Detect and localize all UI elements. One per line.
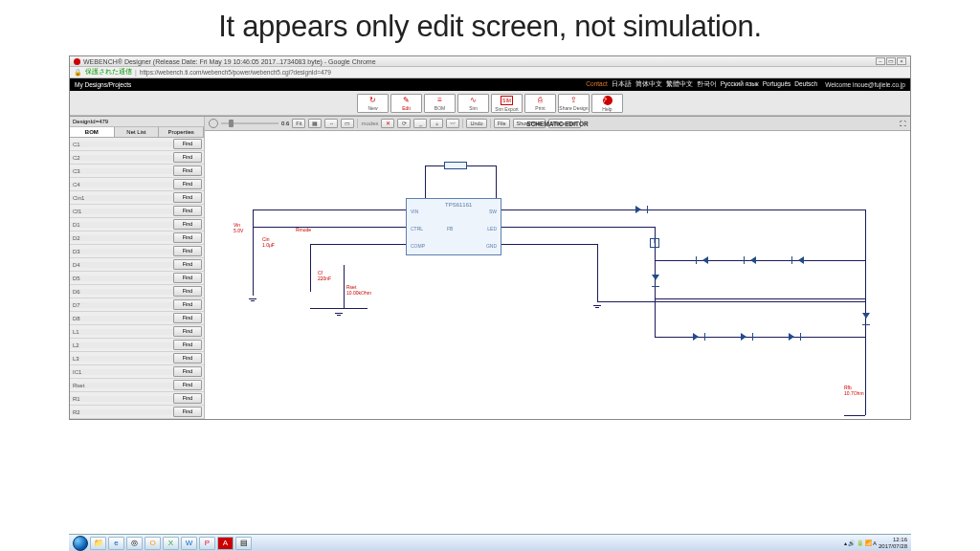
find-button[interactable]: Find [173,192,202,203]
bom-row[interactable]: D5Find [70,272,204,285]
grid-button[interactable]: ▦ [308,119,322,128]
inductor-l1[interactable] [444,162,467,169]
lang-ru[interactable]: Pусский язык [721,80,759,89]
find-button[interactable]: Find [173,206,202,216]
find-button[interactable]: Find [173,366,202,377]
schematic-canvas[interactable]: TPS61161 VIN CTRL COMP SW LED GND FB [205,131,910,419]
find-button[interactable]: Find [173,380,202,390]
find-button[interactable]: Find [173,299,202,310]
diode-d7[interactable] [741,333,746,341]
diode-d3[interactable] [750,256,756,264]
find-button[interactable]: Find [173,326,202,337]
taskbar-ie[interactable]: e [108,537,124,550]
find-button[interactable]: Find [173,232,202,243]
ic-tps61161[interactable]: TPS61161 VIN CTRL COMP SW LED GND FB [406,198,501,255]
maximize-button[interactable]: ▭ [886,57,896,65]
find-button[interactable]: Find [173,313,202,323]
bom-button[interactable]: ≡BOM [424,94,456,113]
bom-row[interactable]: D1Find [70,218,204,231]
pan-button[interactable]: ↔ [324,119,338,128]
find-button[interactable]: Find [173,219,202,230]
gnd-button[interactable]: ⏚ [430,119,443,128]
taskbar-explorer[interactable]: 📁 [90,537,106,550]
file-button[interactable]: File [494,119,510,128]
find-button[interactable]: Find [173,407,202,417]
rotate-button[interactable]: ⟳ [397,119,411,128]
my-designs-link[interactable]: My Designs/Projects [75,81,131,88]
bom-row[interactable]: D3Find [70,245,204,258]
bom-row[interactable]: C2Find [70,151,204,165]
find-button[interactable]: Find [173,353,202,364]
bom-row[interactable]: C4Find [70,178,204,191]
undo-button[interactable]: Undo [466,119,486,128]
probe-button[interactable]: 〰 [446,119,459,128]
diode-d2[interactable] [702,256,708,264]
find-button[interactable]: Find [173,273,202,283]
diode-d1[interactable] [635,206,641,213]
tab-netlist[interactable]: Net List [115,127,160,137]
taskbar-app[interactable]: ▤ [235,537,252,550]
bom-row[interactable]: C1Find [70,138,204,151]
delete-button[interactable]: ✕ [381,119,394,128]
url-text[interactable]: https://webench.ti.com/webench5/power/we… [140,69,331,76]
lang-jp[interactable]: 日本語 [612,80,632,89]
find-button[interactable]: Find [173,286,202,297]
bom-row[interactable]: L3Find [70,352,204,365]
bom-row[interactable]: Cin1Find [70,191,204,205]
diode-d4[interactable] [798,256,804,264]
bom-row[interactable]: L2Find [70,339,204,352]
sim-button[interactable]: ∿Sim [457,94,489,113]
share-button[interactable]: ⇪Share Design [558,94,590,113]
new-button[interactable]: ↻New [357,94,389,113]
bom-row[interactable]: R1Find [70,392,204,406]
bom-row[interactable]: IC1Find [70,365,204,379]
lang-ko[interactable]: 한국어 [697,80,717,89]
find-button[interactable]: Find [173,179,202,189]
sim-export-button[interactable]: SIMSim Export [491,94,523,113]
bom-row[interactable]: D7Find [70,298,204,312]
maximize-editor-icon[interactable]: ⛶ [900,121,906,127]
tray-icons[interactable]: ▴ 🔊 🔋 📶 A [844,540,877,546]
find-button[interactable]: Find [173,152,202,163]
rect-button[interactable]: ▭ [341,119,354,128]
find-button[interactable]: Find [173,340,202,350]
edit-button[interactable]: ✎Edit [390,94,422,113]
bom-row[interactable]: R2Find [70,406,204,419]
find-button[interactable]: Find [173,393,202,404]
zoom-dial[interactable] [209,119,218,128]
bom-row[interactable]: D8Find [70,312,204,325]
print-button[interactable]: ⎙Print [524,94,556,113]
lang-zhtw[interactable]: 繁體中文 [666,80,693,89]
diode-d5[interactable] [652,275,659,280]
find-button[interactable]: Find [173,259,202,270]
find-button[interactable]: Find [173,246,202,256]
taskbar-ppt[interactable]: P [199,537,215,550]
taskbar-excel[interactable]: X [163,537,179,550]
bom-row[interactable]: RsetFind [70,379,204,392]
bom-row[interactable]: D4Find [70,258,204,272]
diode-d6[interactable] [693,333,699,341]
start-button[interactable] [73,536,88,551]
bom-row[interactable]: L1Find [70,325,204,339]
minimize-button[interactable]: – [876,57,885,65]
close-button[interactable]: × [897,57,906,65]
help-button[interactable]: ?Help [591,94,623,113]
current-sense[interactable] [650,238,659,248]
lang-zhcn[interactable]: 简体中文 [635,80,662,89]
diode-d9[interactable] [862,313,870,319]
contact-link[interactable]: Contact [586,80,607,89]
taskbar-outlook[interactable]: O [145,537,161,550]
lang-de[interactable]: Deutsch [794,80,817,89]
bom-row[interactable]: C3Find [70,165,204,178]
tab-properties[interactable]: Properties [159,127,204,137]
bom-row[interactable]: D6Find [70,285,204,298]
taskbar-chrome[interactable]: ◎ [126,537,143,550]
wire-button[interactable]: ⎯ [413,119,427,128]
find-button[interactable]: Find [173,165,202,176]
fit-button[interactable]: Fit [292,119,305,128]
find-button[interactable]: Find [173,139,202,149]
bom-row[interactable]: D2Find [70,231,204,245]
zoom-slider[interactable] [221,122,278,124]
tab-bom[interactable]: BOM [70,127,115,137]
lang-pt[interactable]: Português [763,80,791,89]
